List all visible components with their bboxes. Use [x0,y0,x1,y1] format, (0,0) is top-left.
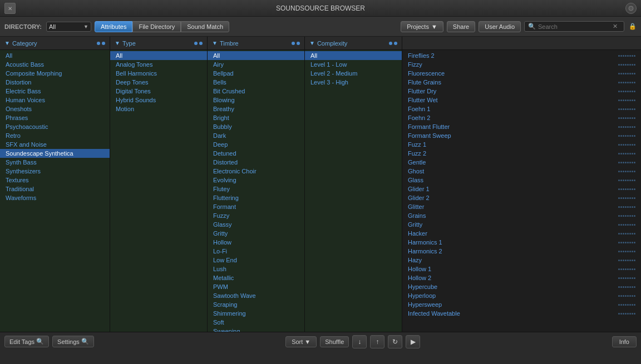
share-button[interactable]: Share [447,21,475,32]
settings-button[interactable]: Settings 🔍 [52,336,94,347]
category-item[interactable]: Acoustic Bass [0,60,110,69]
timbre-item[interactable]: Bells [208,78,304,87]
timbre-item[interactable]: Sawtooth Wave [208,291,304,300]
result-item[interactable]: Hollow 1 [402,265,641,273]
category-item[interactable]: Phrases [0,113,110,122]
category-item[interactable]: All [0,51,110,60]
timbre-item[interactable]: Breathy [208,104,304,113]
complexity-item[interactable]: Level 2 - Medium [305,69,402,78]
timbre-item[interactable]: Soft [208,318,304,327]
timbre-item[interactable]: Glassy [208,220,304,229]
user-audio-button[interactable]: User Audio [479,21,521,32]
type-item[interactable]: Bell Harmonics [110,69,207,78]
category-item[interactable]: Soundescape Synthetica [0,149,110,158]
type-item[interactable]: Digital Tones [110,87,207,96]
result-item[interactable]: Fluorescence [402,69,641,78]
result-item[interactable]: Flutter Dry [402,87,641,96]
timbre-item[interactable]: Blowing [208,96,304,104]
timbre-item[interactable]: Lush [208,265,304,273]
timbre-item[interactable]: Fuzzy [208,211,304,220]
result-item[interactable]: Flute Grains [402,78,641,87]
result-item[interactable]: Flutter Wet [402,96,641,104]
category-item[interactable]: SFX and Noise [0,140,110,149]
type-item[interactable]: Deep Tones [110,78,207,87]
timbre-item[interactable]: PWM [208,282,304,291]
type-item[interactable]: Hybrid Sounds [110,96,207,104]
directory-dropdown-wrapper[interactable]: All ▼ [46,22,91,32]
play-button[interactable]: ▶ [406,335,420,348]
result-item[interactable]: Glitter [402,202,641,211]
result-item[interactable]: Fuzz 1 [402,140,641,149]
result-item[interactable]: Hollow 2 [402,273,641,282]
timbre-item[interactable]: Bright [208,113,304,122]
timbre-item[interactable]: Electronic Choir [208,167,304,176]
timbre-item[interactable]: Detuned [208,149,304,158]
download-button[interactable]: ↓ [352,335,367,348]
result-item[interactable]: Harmonics 2 [402,247,641,256]
result-item[interactable]: Formant Sweep [402,131,641,140]
timbre-item[interactable]: Formant [208,202,304,211]
result-item[interactable]: Fizzy [402,60,641,69]
complexity-item[interactable]: All [305,51,402,60]
result-item[interactable]: Glider 2 [402,193,641,202]
category-item[interactable]: Synth Bass [0,158,110,167]
timbre-item[interactable]: Bellpad [208,69,304,78]
timbre-item[interactable]: Sweeping [208,327,304,332]
minimize-button[interactable] [625,3,637,14]
complexity-item[interactable]: Level 3 - High [305,78,402,87]
result-item[interactable]: Gritty [402,220,641,229]
result-item[interactable]: Foehn 1 [402,104,641,113]
timbre-item[interactable]: Deep [208,140,304,149]
category-item[interactable]: Distortion [0,78,110,87]
result-item[interactable]: Infected Wavetable [402,309,641,318]
result-item[interactable]: Hyperloop [402,291,641,300]
category-item[interactable]: Traditional [0,185,110,193]
timbre-item[interactable]: Distorted [208,158,304,167]
timbre-item[interactable]: Fluttering [208,193,304,202]
timbre-item[interactable]: Shimmering [208,309,304,318]
result-item[interactable]: Ghost [402,167,641,176]
timbre-item[interactable]: Flutey [208,185,304,193]
attributes-button[interactable]: Attributes [95,21,132,32]
category-item[interactable]: Psychoacoustic [0,122,110,131]
result-item[interactable]: Glider 1 [402,185,641,193]
timbre-item[interactable]: Scraping [208,300,304,309]
timbre-item[interactable]: Airy [208,60,304,69]
result-item[interactable]: Fireflies 2 [402,51,641,60]
result-item[interactable]: Fuzz 2 [402,149,641,158]
timbre-item[interactable]: Evolving [208,176,304,185]
result-item[interactable]: Gentle [402,158,641,167]
category-item[interactable]: Composite Morphing [0,69,110,78]
category-item[interactable]: Oneshots [0,104,110,113]
category-item[interactable]: Waveforms [0,193,110,202]
category-item[interactable]: Textures [0,176,110,185]
projects-button[interactable]: Projects ▼ [401,21,443,32]
timbre-item[interactable]: All [208,51,304,60]
info-button[interactable]: Info [612,336,637,347]
result-item[interactable]: Hacker [402,229,641,238]
refresh-button[interactable]: ↻ [388,335,402,348]
type-item[interactable]: All [110,51,207,60]
timbre-item[interactable]: Bit Crushed [208,87,304,96]
shuffle-button[interactable]: Shuffle [320,336,349,347]
result-item[interactable]: Formant Flutter [402,122,641,131]
type-item[interactable]: Analog Tones [110,60,207,69]
result-item[interactable]: Harmonics 1 [402,238,641,247]
sound-match-button[interactable]: Sound Match [181,21,229,32]
result-item[interactable]: Glass [402,176,641,185]
timbre-item[interactable]: Dark [208,131,304,140]
result-item[interactable]: Foehn 2 [402,113,641,122]
edit-tags-button[interactable]: Edit Tags 🔍 [4,336,49,347]
complexity-item[interactable]: Level 1 - Low [305,60,402,69]
category-item[interactable]: Synthesizers [0,167,110,176]
category-item[interactable]: Human Voices [0,96,110,104]
result-item[interactable]: Hypersweep [402,300,641,309]
close-button[interactable]: ✕ [4,3,16,14]
search-clear-icon[interactable]: ✕ [613,23,618,30]
result-item[interactable]: Hazy [402,256,641,265]
file-directory-button[interactable]: File Directory [132,21,181,32]
timbre-item[interactable]: Gritty [208,229,304,238]
type-item[interactable]: Motion [110,104,207,113]
category-item[interactable]: Electric Bass [0,87,110,96]
sort-button[interactable]: Sort ▼ [285,336,317,347]
